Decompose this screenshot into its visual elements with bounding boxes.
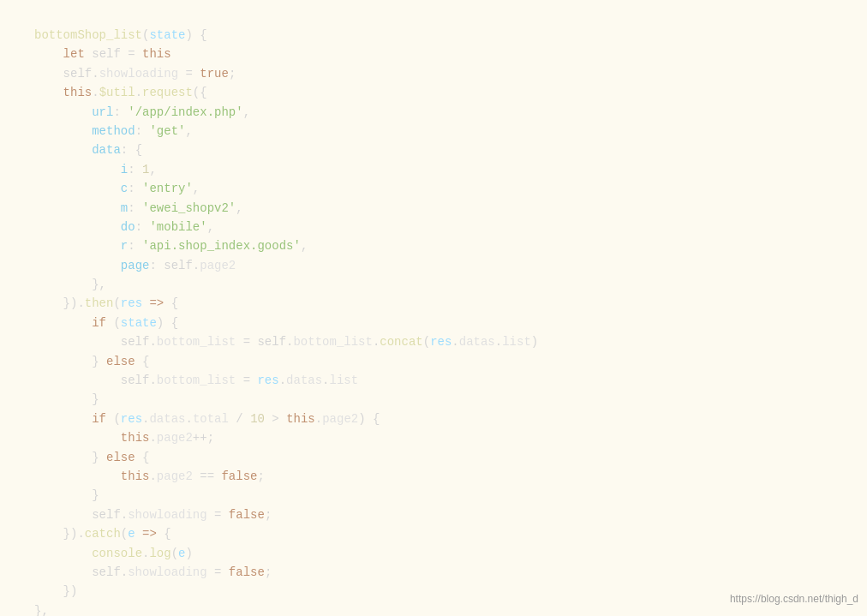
code-line-30: }) <box>34 582 833 601</box>
code-line-6: method: 'get', <box>34 122 833 141</box>
code-line-31: }, <box>34 601 833 616</box>
code-line-1: bottomShop_list(state) { <box>34 26 833 45</box>
code-line-10: m: 'ewei_shopv2', <box>34 199 833 218</box>
code-line-27: }).catch(e => { <box>34 524 833 543</box>
code-line-23: } else { <box>34 448 833 467</box>
code-line-4: this.$util.request({ <box>34 83 833 102</box>
code-line-8: i: 1, <box>34 160 833 179</box>
code-line-3: self.showloading = true; <box>34 64 833 83</box>
code-block: bottomShop_list(state) { let self = this… <box>34 17 833 616</box>
code-line-25: } <box>34 486 833 505</box>
code-line-20: } <box>34 390 833 409</box>
code-line-14: }, <box>34 275 833 294</box>
code-line-21: if (res.datas.total / 10 > this.page2) { <box>34 410 833 428</box>
code-line-9: c: 'entry', <box>34 179 833 198</box>
code-line-28: console.log(e) <box>34 544 833 563</box>
code-line-13: page: self.page2 <box>34 256 833 275</box>
code-line-15: }).then(res => { <box>34 294 833 313</box>
code-line-17: self.bottom_list = self.bottom_list.conc… <box>34 332 833 351</box>
code-line-12: r: 'api.shop_index.goods', <box>34 236 833 255</box>
code-line-22: this.page2++; <box>34 428 833 447</box>
code-line-19: self.bottom_list = res.datas.list <box>34 371 833 390</box>
code-line-7: data: { <box>34 141 833 159</box>
code-line-11: do: 'mobile', <box>34 218 833 236</box>
code-line-24: this.page2 == false; <box>34 467 833 486</box>
code-line-29: self.showloading = false; <box>34 563 833 582</box>
code-line-2: let self = this <box>34 45 833 63</box>
code-line-18: } else { <box>34 352 833 371</box>
code-line-5: url: '/app/index.php', <box>34 103 833 122</box>
code-line-26: self.showloading = false; <box>34 505 833 524</box>
code-line-16: if (state) { <box>34 314 833 332</box>
watermark: https://blog.csdn.net/thigh_d <box>730 591 858 607</box>
